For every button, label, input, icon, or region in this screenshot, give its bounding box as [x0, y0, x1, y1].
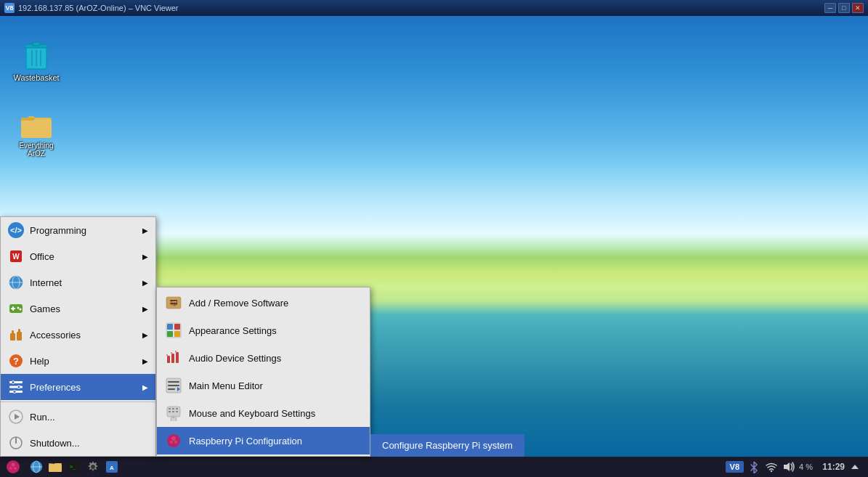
volume-icon[interactable]	[782, 460, 796, 474]
maximize-button[interactable]: □	[838, 3, 850, 13]
svg-rect-60	[169, 411, 171, 412]
svg-rect-38	[170, 300, 177, 301]
svg-rect-39	[170, 303, 177, 304]
add-remove-software-label: Add / Remove Software	[189, 298, 288, 309]
svg-rect-76	[49, 464, 62, 472]
menu-item-games[interactable]: Games ▶	[1, 295, 155, 322]
taskbar-aroz-icon[interactable]: A	[103, 458, 121, 476]
svg-text:</>: </>	[10, 226, 22, 235]
vnc-label: V8	[730, 462, 739, 471]
svg-point-71	[9, 467, 12, 470]
taskbar-raspberry-button[interactable]	[1, 458, 25, 476]
svg-point-18	[17, 307, 20, 309]
taskbar-right: V8 4 % 11:29	[726, 460, 867, 474]
desktop: V8 192.168.137.85 (ArOZ-Online) – VNC Vi…	[0, 0, 868, 477]
svg-rect-42	[174, 324, 180, 330]
svg-text:>_: >_	[70, 464, 76, 470]
svg-rect-61	[172, 411, 174, 412]
wifi-icon[interactable]	[764, 460, 779, 474]
svg-point-72	[14, 467, 17, 470]
svg-point-70	[12, 463, 15, 467]
menu-item-accessories[interactable]: Accessories ▶	[1, 322, 155, 348]
appearance-settings-icon	[166, 322, 182, 338]
submenu-add-remove-software[interactable]: 📦 Add / Remove Software	[157, 289, 370, 317]
run-label: Run...	[30, 412, 55, 423]
taskbar-globe-icon[interactable]	[28, 458, 45, 476]
titlebar-title: 192.168.137.85 (ArOZ-Online) – VNC Viewe…	[18, 4, 179, 12]
svg-rect-53	[168, 385, 179, 386]
svg-rect-43	[167, 331, 173, 337]
menu-item-shutdown[interactable]: Shutdown...	[1, 430, 155, 456]
submenu-mouse-keyboard-settings[interactable]: Mouse and Keyboard Settings	[157, 399, 370, 427]
menu-item-programming[interactable]: </> Programming ▶	[1, 217, 155, 243]
games-arrow: ▶	[142, 305, 148, 313]
programming-icon: </>	[8, 222, 24, 238]
svg-text:A: A	[110, 465, 114, 471]
submenu-raspberry-pi-config[interactable]: Raspberry Pi Configuration	[157, 427, 370, 454]
office-arrow: ▶	[142, 253, 148, 261]
wastebasket-icon	[23, 41, 49, 70]
taskbar-folder-icon[interactable]	[46, 458, 64, 476]
taskbar-app-icons: >_ A	[25, 458, 123, 476]
office-label: Office	[30, 251, 54, 262]
menu-item-internet[interactable]: Internet ▶	[1, 269, 155, 295]
svg-point-66	[171, 436, 176, 441]
svg-rect-45	[167, 356, 170, 363]
svg-text:?: ?	[13, 356, 19, 367]
submenu-main-menu-editor[interactable]: Main Menu Editor	[157, 372, 370, 399]
svg-point-67	[170, 441, 173, 444]
audio-device-settings-icon	[166, 350, 182, 366]
svg-point-30	[17, 386, 20, 388]
preferences-icon	[8, 379, 24, 395]
titlebar-controls: ─ □ ✕	[824, 3, 864, 13]
taskbar: >_ A V8	[0, 457, 868, 477]
svg-point-69	[7, 460, 20, 473]
raspi-tooltip-text: Configure Raspberry Pi system	[382, 440, 513, 451]
svg-point-80	[91, 465, 95, 469]
internet-arrow: ▶	[142, 279, 148, 287]
raspi-config-tooltip: Configure Raspberry Pi system	[370, 434, 524, 457]
main-menu-editor-label: Main Menu Editor	[189, 380, 263, 391]
raspberry-start-icon	[6, 460, 20, 474]
bluetooth-icon[interactable]	[747, 460, 761, 474]
accessories-label: Accessories	[30, 330, 81, 341]
svg-rect-22	[17, 332, 22, 341]
svg-marker-84	[851, 465, 859, 469]
svg-rect-49	[171, 352, 172, 354]
menu-item-help[interactable]: ? Help ▶	[1, 348, 155, 374]
desktop-icon-wastebasket[interactable]: Wastebasket	[7, 38, 65, 85]
svg-point-83	[771, 470, 772, 472]
taskbar-settings-icon[interactable]	[84, 458, 102, 476]
mouse-keyboard-settings-label: Mouse and Keyboard Settings	[189, 408, 315, 419]
menu-divider	[1, 401, 155, 402]
close-button[interactable]: ✕	[852, 3, 864, 13]
svg-rect-7	[21, 118, 34, 121]
vnc-badge[interactable]: V8	[726, 461, 744, 473]
system-tray-arrow[interactable]	[848, 460, 862, 474]
svg-rect-41	[167, 324, 173, 330]
svg-rect-50	[175, 351, 177, 352]
mouse-keyboard-settings-icon	[166, 405, 182, 421]
svg-rect-17	[11, 308, 15, 309]
wastebasket-label: Wastebasket	[13, 73, 59, 82]
taskbar-terminal-icon[interactable]: >_	[65, 458, 83, 476]
main-menu-editor-icon	[166, 378, 182, 394]
menu-item-preferences[interactable]: Preferences ▶	[1, 374, 155, 400]
add-remove-software-icon: 📦	[166, 295, 182, 311]
start-menu: </> Programming ▶ W Office ▶ Internet ▶	[0, 216, 156, 457]
help-label: Help	[30, 356, 49, 367]
submenu-audio-device-settings[interactable]: Audio Device Settings	[157, 344, 370, 372]
preferences-submenu: 📦 Add / Remove Software Appearance Setti…	[156, 287, 370, 457]
desktop-icon-aroz[interactable]: Everything ArOZ	[7, 110, 65, 160]
svg-point-31	[13, 391, 16, 394]
games-label: Games	[30, 303, 60, 314]
svg-rect-23	[18, 329, 20, 333]
office-icon: W	[8, 248, 24, 264]
menu-item-office[interactable]: W Office ▶	[1, 243, 155, 269]
preferences-arrow: ▶	[142, 383, 148, 391]
menu-item-run[interactable]: Run...	[1, 404, 155, 430]
titlebar-logo: V8	[4, 3, 15, 13]
internet-icon	[8, 274, 24, 290]
minimize-button[interactable]: ─	[824, 3, 836, 13]
submenu-appearance-settings[interactable]: Appearance Settings	[157, 317, 370, 344]
